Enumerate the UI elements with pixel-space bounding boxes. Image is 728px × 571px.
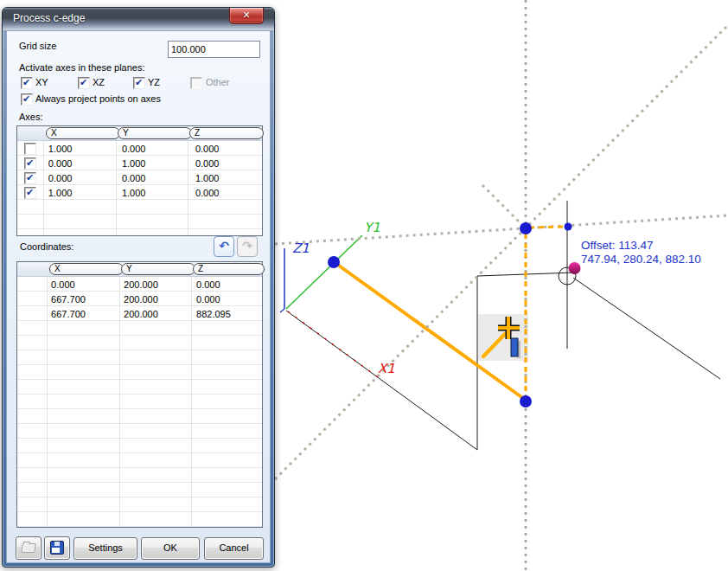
cursor-bar-icon (511, 338, 518, 356)
axes-col-z[interactable]: Z (189, 127, 264, 139)
dialog-titlebar[interactable]: Process c-edge ✕ (3, 8, 274, 30)
coords-row-2[interactable]: 667.700 200.000 0.000 (17, 292, 262, 306)
ok-button-label: OK (163, 542, 177, 553)
tool-cursor (478, 314, 528, 361)
open-folder-icon (21, 543, 36, 553)
axes-row-3-checkbox[interactable]: ✔ (24, 172, 36, 184)
vertex-points (328, 222, 572, 407)
axes-row-2-checkbox[interactable]: ✔ (24, 157, 36, 170)
x1-axis-label: X1 (378, 361, 395, 376)
axes-row-4[interactable]: ✔ 1.000 1.000 0.000 (17, 185, 262, 200)
checkbox-other-label: Other (206, 77, 230, 87)
edge-diagonal-left (286, 311, 477, 450)
always-project-label: Always project points on axes (35, 93, 161, 104)
save-button[interactable] (44, 536, 70, 560)
coords-col-z-label: Z (198, 264, 203, 273)
coordinates-label: Coordinates: (20, 241, 73, 252)
checkbox-always-project[interactable]: ✔ (21, 93, 33, 106)
coords-row-2-x: 667.700 (44, 294, 117, 305)
axes-row-1-y: 0.000 (115, 144, 188, 154)
cancel-button-label: Cancel (219, 542, 248, 553)
axes-col-x[interactable]: X (46, 127, 120, 139)
axes-col-x-label: X (51, 128, 57, 138)
coords-col-y-label: Y (126, 264, 132, 273)
z1-axis-foot (280, 309, 284, 312)
checkbox-xy-label: XY (35, 77, 48, 87)
coords-row-3-z: 882.095 (189, 309, 262, 319)
redo-button: ↷ (237, 236, 258, 257)
checkbox-xz-mark: ✔ (80, 76, 87, 88)
coords-row-1[interactable]: 0.000 200.000 0.000 (17, 277, 262, 292)
axes-row-2-y: 1.000 (115, 158, 188, 169)
construction-lines (275, 0, 728, 571)
axes-row-2-x: 0.000 (42, 158, 115, 169)
axes-row-1-checkbox[interactable] (24, 143, 36, 155)
coordinates-table-body: 0.000 200.000 0.000 667.700 200.000 0.00… (17, 277, 262, 527)
coordinates-table: X Y Z 0.000 200.000 0.000 667.700 200.00… (16, 261, 263, 528)
coordinates-table-header: X Y Z (17, 262, 262, 277)
close-button[interactable]: ✕ (229, 8, 264, 24)
ok-button[interactable]: OK (141, 537, 200, 560)
close-icon: ✕ (242, 10, 250, 20)
vertex-point-1[interactable] (328, 256, 340, 268)
dialog-title: Process c-edge (13, 8, 85, 29)
vertex-cap (565, 223, 572, 231)
coords-col-y[interactable]: Y (121, 263, 195, 275)
coords-row-3-x: 667.700 (44, 309, 117, 319)
axes-row-4-checkbox[interactable]: ✔ (24, 187, 36, 199)
axes-table: X Y Z 1.000 0.000 0.000 ✔ 0.000 1.000 (16, 125, 263, 236)
axes-row-4-x: 1.000 (42, 188, 115, 198)
y1-axis-label: Y1 (364, 220, 380, 235)
settings-button-label: Settings (88, 542, 123, 553)
axes-row-1[interactable]: 1.000 0.000 0.000 (17, 141, 262, 156)
cancel-button[interactable]: Cancel (204, 537, 264, 560)
dialog-body: Grid size Activate axes in these planes:… (6, 30, 271, 563)
undo-button[interactable]: ↶ (214, 236, 234, 257)
planes-label: Activate axes in these planes: (19, 62, 145, 73)
coords-col-x-label: X (54, 264, 61, 273)
coords-row-3-y: 200.000 (117, 309, 189, 319)
construction-horizontal-y (275, 215, 728, 244)
offset-readout-line2: 747.94, 280.24, 882.10 (581, 253, 701, 266)
checkbox-yz[interactable]: ✔ (133, 77, 145, 89)
axes-table-body: 1.000 0.000 0.000 ✔ 0.000 1.000 0.000 ✔ … (17, 141, 262, 235)
redo-icon: ↷ (242, 239, 252, 253)
checkbox-xy[interactable]: ✔ (21, 77, 33, 89)
axes-label: Axes: (19, 112, 43, 122)
axes-col-z-label: Z (195, 128, 200, 138)
coords-row-2-y: 200.000 (117, 294, 189, 305)
vertex-point-2[interactable] (520, 222, 532, 234)
projected-horizontal (529, 227, 565, 228)
checkbox-other (190, 77, 202, 89)
coords-row-3[interactable]: 667.700 200.000 882.095 (17, 306, 262, 321)
checkbox-yz-label: YZ (148, 77, 160, 87)
coords-col-z[interactable]: Z (193, 263, 265, 275)
axes-row-1-x: 1.000 (42, 144, 115, 154)
edge-diagonal-right (573, 278, 720, 379)
save-floppy-icon (50, 541, 64, 555)
axes-row-4-mark: ✔ (26, 186, 34, 198)
coords-row-2-z: 0.000 (189, 294, 262, 305)
coords-col-x[interactable]: X (49, 263, 124, 275)
vertex-point-3[interactable] (520, 395, 532, 407)
settings-button[interactable]: Settings (73, 537, 137, 560)
construction-short-ray (482, 185, 526, 228)
undo-icon: ↶ (219, 239, 229, 253)
axes-row-1-z: 0.000 (188, 144, 262, 154)
checkbox-xy-mark: ✔ (22, 76, 30, 88)
axes-row-3-z: 1.000 (188, 173, 262, 183)
screen: { "window": { "title": "Process c-edge",… (0, 0, 728, 571)
checkbox-xz[interactable]: ✔ (78, 77, 90, 89)
axes-row-3-y: 0.000 (115, 173, 188, 183)
coords-row-1-z: 0.000 (189, 279, 262, 290)
axes-col-y[interactable]: Y (118, 127, 192, 139)
grid-size-label: Grid size (19, 41, 56, 51)
axes-row-3[interactable]: ✔ 0.000 0.000 1.000 (17, 170, 262, 185)
checkbox-xz-label: XZ (93, 77, 105, 87)
axes-col-y-label: Y (123, 128, 129, 138)
grid-size-input[interactable] (168, 41, 260, 58)
coords-row-1-y: 200.000 (117, 279, 189, 290)
axes-row-2[interactable]: ✔ 0.000 1.000 0.000 (17, 156, 262, 170)
axes-row-4-z: 0.000 (188, 188, 262, 198)
axes-row-4-y: 1.000 (115, 188, 188, 198)
